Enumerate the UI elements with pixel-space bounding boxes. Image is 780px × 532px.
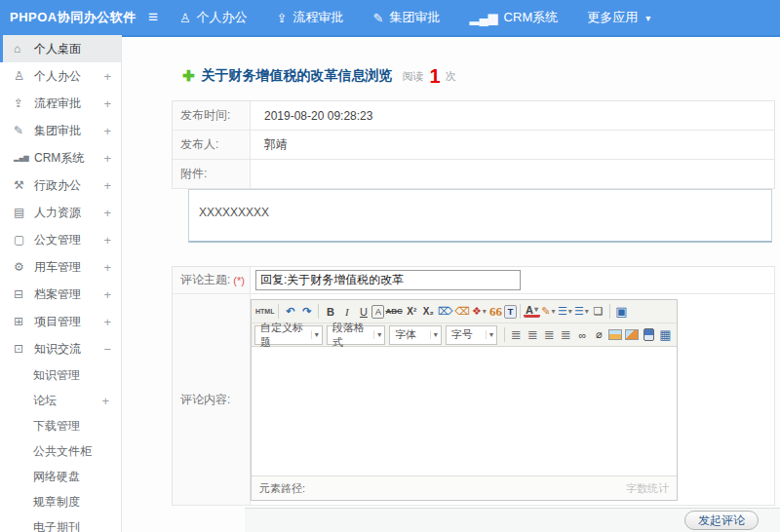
collapse-icon[interactable]: − <box>103 342 111 357</box>
hamburger-menu-icon[interactable]: ≡ <box>148 8 158 27</box>
toolbar-separator <box>609 304 610 319</box>
sidebar-subitem-e-journal[interactable]: 电子期刊 <box>0 514 121 532</box>
chevron-down-icon: ▾ <box>568 307 572 316</box>
project-icon: ⊞ <box>14 315 34 328</box>
sidebar-subitem-rules-regulations[interactable]: 规章制度 <box>0 489 121 514</box>
align-justify-icon[interactable]: ≣ <box>558 326 574 344</box>
sidebar-item-personal-desktop[interactable]: ⌂ 个人桌面 <box>0 35 121 62</box>
paragraph-format-select[interactable]: 段落格式 ▾ <box>327 325 386 345</box>
paste-text-icon[interactable]: T <box>504 305 517 319</box>
required-mark: (*) <box>233 275 245 286</box>
unordered-list-icon[interactable]: ☰▾ <box>573 303 590 321</box>
sidebar-item-vehicle-management[interactable]: ⚙ 用车管理 + <box>0 253 121 281</box>
comment-form: 评论主题: (*) 评论内容: HTML ↶ <box>172 266 775 506</box>
sidebar-item-crm-system[interactable]: ▂▄▆ CRM系统 + <box>0 144 121 171</box>
table-icon[interactable]: ▦ <box>657 326 674 344</box>
element-path-label: 元素路径: <box>259 481 305 496</box>
home-icon: ⌂ <box>14 42 34 56</box>
news-content-text: XXXXXXXXX <box>199 206 269 219</box>
toolbar-separator <box>504 327 505 342</box>
font-size-select[interactable]: 字号 ▾ <box>446 325 497 345</box>
media-icon[interactable] <box>641 326 657 344</box>
expand-icon[interactable]: + <box>101 394 109 408</box>
expand-icon[interactable]: + <box>103 260 111 275</box>
font-color-icon[interactable]: A▾ <box>524 305 540 318</box>
bold-icon[interactable]: B <box>322 303 338 321</box>
quote-icon[interactable]: 66 <box>488 303 504 321</box>
expand-icon[interactable]: + <box>103 151 111 166</box>
color-palette-icon[interactable]: ❖▾ <box>471 303 488 321</box>
font-style-icon[interactable]: A <box>371 305 384 319</box>
ordered-list-icon[interactable]: ☰▾ <box>557 303 573 321</box>
sidebar-item-project-management[interactable]: ⊞ 项目管理 + <box>0 308 121 335</box>
align-right-icon[interactable]: ≣ <box>541 326 558 344</box>
comment-content-label: 评论内容: <box>173 294 251 505</box>
flash-icon[interactable] <box>624 326 641 344</box>
align-center-icon[interactable]: ≣ <box>525 326 541 344</box>
expand-icon[interactable]: + <box>103 69 111 84</box>
sidebar-item-human-resources[interactable]: ▤ 人力资源 + <box>0 199 121 226</box>
sidebar-subitem-knowledge-management[interactable]: 知识管理 <box>0 362 121 388</box>
topnav-workflow-approval[interactable]: ⇪ 流程审批 <box>277 9 344 26</box>
sidebar-item-personal-office[interactable]: ♙ 个人办公 + <box>0 62 121 90</box>
topnav-crm-system[interactable]: ▂▄▆ CRM系统 <box>469 9 558 26</box>
knowledge-icon: ⊡ <box>14 342 34 356</box>
align-left-icon[interactable]: ≣ <box>508 326 525 344</box>
strikethrough-icon[interactable]: ABC <box>384 303 403 321</box>
sidebar-subitem-public-file-cabinet[interactable]: 公共文件柜 <box>0 438 121 464</box>
chevron-down-icon: ▾ <box>373 330 381 339</box>
expand-icon[interactable]: + <box>103 206 111 220</box>
topnav-group-approval[interactable]: ✎ 集团审批 <box>372 9 440 26</box>
editor-toolbar-row1: HTML ↶ ↷ B I U A ABC X² X₂ ⌦ <box>252 300 677 323</box>
word-count-label[interactable]: 字数统计 <box>626 481 669 496</box>
italic-icon[interactable]: I <box>338 303 355 321</box>
sidebar-item-official-document-management[interactable]: ▢ 公文管理 + <box>0 226 121 253</box>
topnav-more-apps[interactable]: 更多应用 ▾ <box>587 9 650 26</box>
font-family-select[interactable]: 字体 ▾ <box>389 325 441 345</box>
link-icon[interactable]: ∞ <box>574 326 591 344</box>
fullscreen-icon[interactable]: ▣ <box>613 303 630 321</box>
user-icon: ♙ <box>179 11 191 25</box>
expand-icon[interactable]: + <box>103 96 111 111</box>
image-icon[interactable] <box>607 326 624 344</box>
sidebar-item-administrative-office[interactable]: ⚒ 行政办公 + <box>0 171 121 199</box>
sidebar-subitem-forum[interactable]: 论坛 + <box>0 388 121 413</box>
expand-icon[interactable]: + <box>103 124 111 138</box>
chart-icon: ▂▄▆ <box>14 154 34 162</box>
sidebar-item-workflow-approval[interactable]: ⇪ 流程审批 + <box>0 90 121 117</box>
source-code-icon[interactable]: HTML <box>254 303 275 321</box>
expand-icon[interactable]: + <box>103 315 111 329</box>
chevron-down-icon: ▾ <box>645 13 650 23</box>
superscript-icon[interactable]: X² <box>404 303 420 321</box>
expand-icon[interactable]: + <box>103 178 111 193</box>
new-document-icon[interactable]: ❏ <box>590 303 606 321</box>
highlight-color-icon[interactable]: ✎▾ <box>540 303 557 321</box>
edit-icon: ✎ <box>372 11 383 25</box>
remove-format-icon[interactable]: ⌫ <box>453 303 471 321</box>
subscript-icon[interactable]: X₂ <box>420 303 437 321</box>
expand-icon[interactable]: + <box>103 233 111 247</box>
topnav-personal-office[interactable]: ♙ 个人办公 <box>179 9 248 26</box>
rich-text-editor: HTML ↶ ↷ B I U A ABC X² X₂ ⌦ <box>251 299 678 501</box>
eraser-icon[interactable]: ⌦ <box>437 303 454 321</box>
sidebar-item-archive-management[interactable]: ⊟ 档案管理 + <box>0 281 121 308</box>
underline-icon[interactable]: U <box>355 303 371 321</box>
editor-content-area[interactable] <box>252 347 677 475</box>
page-title: 关于财务增值税的改革信息浏览 <box>202 67 393 85</box>
sidebar-item-knowledge-exchange[interactable]: ⊡ 知识交流 − <box>0 335 121 362</box>
comment-subject-input[interactable] <box>255 270 521 290</box>
submit-comment-button[interactable]: 发起评论 <box>684 511 759 530</box>
sidebar-subitem-network-disk[interactable]: 网络硬盘 <box>0 464 121 489</box>
plus-icon: ✚ <box>182 67 195 85</box>
comment-content-row: 评论内容: HTML ↶ ↷ B I U A <box>173 294 774 506</box>
undo-icon[interactable]: ↶ <box>282 303 298 321</box>
custom-heading-select[interactable]: 自定义标题 ▾ <box>254 325 323 345</box>
sidebar-item-group-approval[interactable]: ✎ 集团审批 + <box>0 117 121 144</box>
redo-icon[interactable]: ↷ <box>298 303 315 321</box>
sidebar-subitem-download-management[interactable]: 下载管理 <box>0 413 121 438</box>
expand-icon[interactable]: + <box>103 287 111 302</box>
publisher-label: 发布人: <box>173 131 251 159</box>
archive-icon: ⊟ <box>14 287 34 301</box>
unlink-icon[interactable]: ⌀ <box>591 326 607 344</box>
topnav-label: 更多应用 <box>587 9 638 26</box>
